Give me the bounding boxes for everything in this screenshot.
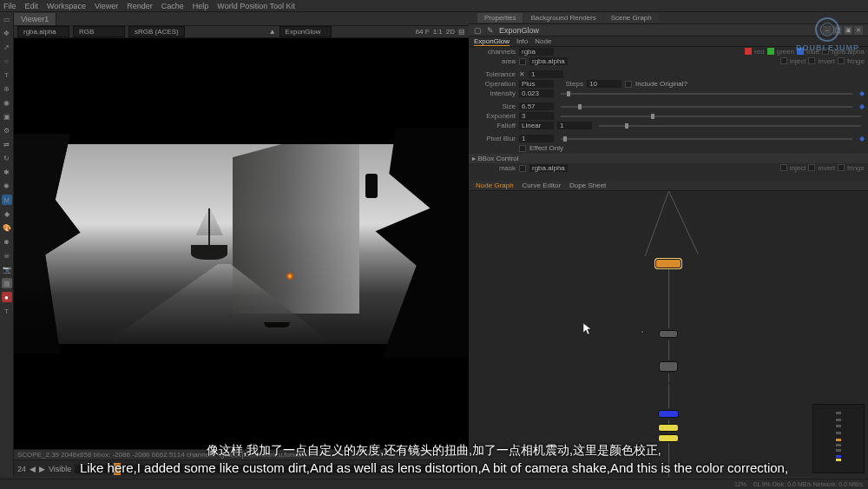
graph-node-selected[interactable] [655,259,681,268]
mask-dropdown[interactable]: rgba.alpha [529,164,568,172]
menu-workspace[interactable]: Workspace [47,2,86,10]
menu-viewer[interactable]: Viewer [95,2,118,10]
node-edit-icon[interactable]: ✎ [487,26,494,35]
graph-node-2[interactable] [659,330,678,338]
area-check[interactable] [519,58,526,65]
falloff-num-field[interactable]: 1 [557,122,592,129]
viewer-canvas[interactable] [14,38,469,449]
graph-dot-2[interactable] [667,382,670,385]
colorspace2-dropdown[interactable]: sRGB (ACES) [128,26,185,37]
tolerance-field[interactable]: 1 [529,70,563,78]
tab-properties[interactable]: Properties [477,13,523,23]
tool-palette-icon[interactable]: 🎨 [2,222,12,233]
prop-tab-info[interactable]: Info [516,37,528,45]
tab-dopesheet[interactable]: Dope Sheet [569,182,606,189]
graph-node-yellow1[interactable] [658,424,679,432]
tool-camera-icon[interactable]: 📷 [2,264,12,274]
green-swatch[interactable] [767,48,774,55]
bbox-section[interactable]: ▸ BBox Control [469,154,868,163]
graph-node-yellow2[interactable] [658,434,679,442]
steps-field[interactable]: 10 [587,80,621,88]
tool-skull-icon[interactable]: ☠ [2,250,12,261]
exponent-slider[interactable] [561,116,861,117]
node-float-icon[interactable]: ▢ [833,26,842,35]
size-anim-icon[interactable]: ◆ [859,102,865,110]
fringe-check[interactable] [838,57,845,64]
tool-record-icon[interactable]: ● [2,292,12,302]
tab-bg-renders[interactable]: Background Renders [523,13,602,23]
graph-node-blue[interactable] [658,410,679,418]
node-lock-icon[interactable]: ▢ [474,26,482,35]
blue-swatch[interactable] [797,48,804,55]
tab-scene-graph[interactable]: Scene Graph [604,13,659,23]
mask-check[interactable] [519,165,526,172]
tool-burst-icon[interactable]: ✺ [2,181,12,191]
mask-invert-check[interactable] [808,164,815,171]
intensity-field[interactable]: 0.023 [519,89,554,97]
tool-circle-icon[interactable]: ○ [2,56,12,66]
ch-alpha[interactable]: rgba.alpha [832,48,865,56]
tool-globe-icon[interactable]: ✱ [2,167,12,177]
intensity-slider[interactable] [561,93,852,95]
menu-render[interactable]: Render [127,2,153,10]
viewer-2d-icon[interactable]: 2D [446,28,455,36]
tool-refresh-icon[interactable]: ↻ [2,153,12,163]
tool-grid-icon[interactable]: ▦ [2,278,12,288]
tab-nodegraph[interactable]: Node Graph [476,182,514,189]
pixelblur-anim-icon[interactable]: ◆ [859,135,865,142]
tool-crop-icon[interactable]: ▣ [2,111,12,122]
tool-link-icon[interactable]: ⇄ [2,139,12,149]
tool-layer-icon[interactable]: M [2,195,12,205]
viewer-settings-icon[interactable]: ▤ [458,28,465,36]
tool-gear-icon[interactable]: ⚙ [2,125,12,135]
tol-x-icon[interactable]: ✕ [519,70,525,78]
size-slider[interactable] [561,106,852,108]
ch-red[interactable]: red [754,48,765,56]
timeline-prev-icon[interactable]: ◀ [30,465,36,473]
playhead[interactable] [114,463,121,475]
effectonly-check[interactable] [519,145,526,152]
tab-curveeditor[interactable]: Curve Editor [523,182,561,189]
alpha-check[interactable] [822,48,829,55]
prop-tab-node[interactable]: Node [535,37,551,45]
timeline[interactable]: 24 ◀ ▶ Visible [14,459,469,477]
timeline-next-icon[interactable]: ▶ [39,465,45,473]
size-field[interactable]: 6.57 [519,102,554,110]
tool-text2-icon[interactable]: T [2,306,12,316]
node-max-icon[interactable]: ▣ [844,26,852,35]
menu-edit[interactable]: Edit [25,2,39,10]
menu-wptoolkit[interactable]: World Position Tool Kit [217,2,295,10]
node-graph[interactable] [469,191,868,477]
inject-check[interactable] [780,57,787,64]
node-min-icon[interactable]: – [823,26,832,35]
colorspace1-dropdown[interactable]: RGB [73,26,125,37]
pixelblur-slider[interactable] [561,138,852,140]
include-orig-check[interactable] [625,81,632,88]
viewer-ratio[interactable]: 1:1 [433,28,443,36]
tool-move-icon[interactable]: ✥ [2,28,12,38]
graph-dot-1[interactable] [641,330,644,334]
graph-node-3[interactable] [659,361,678,372]
mask-fringe-check[interactable] [838,164,845,171]
red-swatch[interactable] [745,48,752,55]
exponent-field[interactable]: 3 [519,112,554,120]
menu-cache[interactable]: Cache [161,2,184,10]
ch-blue[interactable]: blue [806,48,819,56]
tool-target-icon[interactable]: ⊕ [2,83,12,94]
area-dropdown[interactable]: rgba.alpha [529,57,568,65]
invert-check[interactable] [808,57,815,64]
tool-eye-icon[interactable]: ◉ [2,97,12,108]
viewer-node-dropdown[interactable]: ExponGlow [279,26,332,37]
mask-inject-check[interactable] [780,164,787,171]
tool-shape-icon[interactable]: ◆ [2,208,12,219]
operation-dropdown[interactable]: Plus [519,80,554,88]
viewer-tab-1[interactable]: Viewer1 [14,13,56,25]
close-icon[interactable]: ✕ [854,26,863,35]
prop-tab-main[interactable]: ExponGlow [474,37,510,46]
tool-text-icon[interactable]: T [2,69,12,80]
menu-help[interactable]: Help [193,2,209,10]
channels-dropdown[interactable]: rgba [519,48,554,56]
ch-green[interactable]: green [777,48,794,56]
intensity-anim-icon[interactable]: ◆ [859,89,865,97]
timeline-mode[interactable]: Visible [49,465,71,473]
